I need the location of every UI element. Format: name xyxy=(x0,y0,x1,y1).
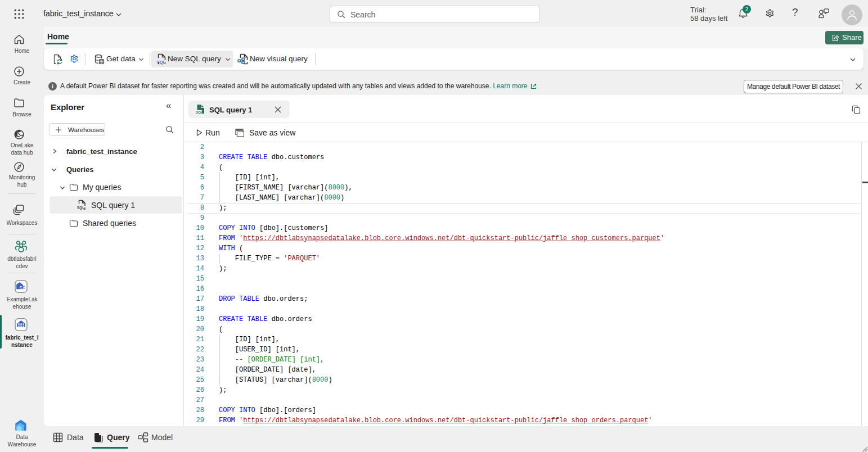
svg-text:SQL: SQL xyxy=(196,110,203,114)
svg-text:SQL: SQL xyxy=(157,60,165,65)
svg-text:SQL: SQL xyxy=(77,206,84,210)
